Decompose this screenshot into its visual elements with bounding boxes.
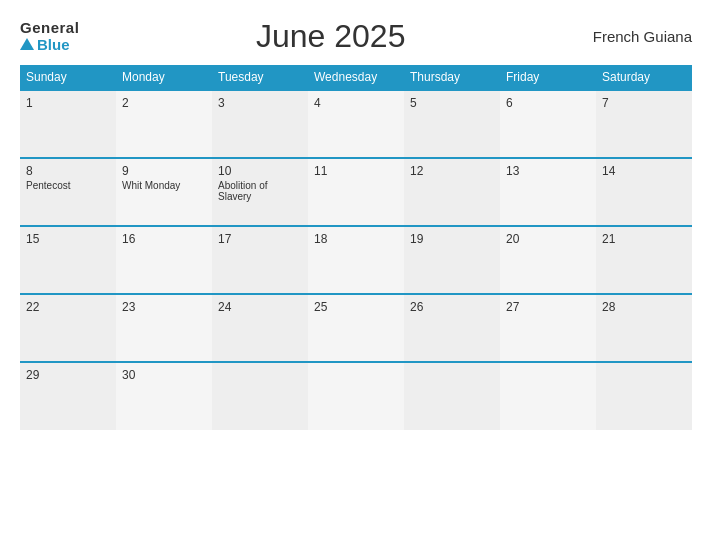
logo-triangle-icon [20,38,34,50]
calendar-cell: 8Pentecost [20,158,116,226]
calendar-cell: 3 [212,90,308,158]
day-number: 20 [506,232,590,246]
day-number: 15 [26,232,110,246]
calendar-cell: 30 [116,362,212,430]
day-number: 13 [506,164,590,178]
day-number: 1 [26,96,110,110]
calendar-cell: 15 [20,226,116,294]
calendar-cell: 1 [20,90,116,158]
event-label: Pentecost [26,180,110,191]
header-tuesday: Tuesday [212,65,308,90]
day-number: 23 [122,300,206,314]
day-number: 26 [410,300,494,314]
calendar-cell: 17 [212,226,308,294]
region-label: French Guiana [582,28,692,45]
calendar-cell: 20 [500,226,596,294]
calendar-cell: 7 [596,90,692,158]
day-number: 7 [602,96,686,110]
day-number: 27 [506,300,590,314]
day-number: 8 [26,164,110,178]
day-number: 19 [410,232,494,246]
calendar-cell: 21 [596,226,692,294]
day-number: 10 [218,164,302,178]
day-number: 14 [602,164,686,178]
logo: General Blue [20,20,79,53]
header-sunday: Sunday [20,65,116,90]
day-number: 16 [122,232,206,246]
calendar-row: 2930 [20,362,692,430]
calendar-cell: 24 [212,294,308,362]
header: General Blue June 2025 French Guiana [20,18,692,55]
calendar-cell: 13 [500,158,596,226]
calendar-row: 8Pentecost9Whit Monday10Abolition of Sla… [20,158,692,226]
calendar-cell: 10Abolition of Slavery [212,158,308,226]
day-number: 21 [602,232,686,246]
calendar-cell [500,362,596,430]
header-wednesday: Wednesday [308,65,404,90]
calendar-cell [212,362,308,430]
day-number: 4 [314,96,398,110]
day-number: 17 [218,232,302,246]
calendar-cell: 2 [116,90,212,158]
logo-blue-text: Blue [20,37,79,54]
event-label: Whit Monday [122,180,206,191]
calendar-cell: 23 [116,294,212,362]
calendar-cell [308,362,404,430]
calendar-cell: 18 [308,226,404,294]
weekday-header-row: Sunday Monday Tuesday Wednesday Thursday… [20,65,692,90]
calendar-cell: 9Whit Monday [116,158,212,226]
day-number: 11 [314,164,398,178]
header-friday: Friday [500,65,596,90]
logo-general-text: General [20,20,79,37]
calendar-cell: 12 [404,158,500,226]
day-number: 29 [26,368,110,382]
event-label: Abolition of Slavery [218,180,302,202]
day-number: 9 [122,164,206,178]
calendar-cell: 5 [404,90,500,158]
calendar-cell: 28 [596,294,692,362]
header-thursday: Thursday [404,65,500,90]
calendar-cell: 27 [500,294,596,362]
day-number: 6 [506,96,590,110]
calendar-title: June 2025 [79,18,582,55]
calendar-cell: 11 [308,158,404,226]
calendar-row: 1234567 [20,90,692,158]
day-number: 2 [122,96,206,110]
day-number: 22 [26,300,110,314]
calendar-row: 15161718192021 [20,226,692,294]
day-number: 3 [218,96,302,110]
day-number: 28 [602,300,686,314]
calendar-cell [404,362,500,430]
calendar-cell: 16 [116,226,212,294]
calendar-page: General Blue June 2025 French Guiana Sun… [0,0,712,550]
calendar-table: Sunday Monday Tuesday Wednesday Thursday… [20,65,692,430]
calendar-cell [596,362,692,430]
calendar-cell: 6 [500,90,596,158]
calendar-cell: 22 [20,294,116,362]
day-number: 24 [218,300,302,314]
day-number: 25 [314,300,398,314]
header-monday: Monday [116,65,212,90]
day-number: 5 [410,96,494,110]
calendar-cell: 14 [596,158,692,226]
day-number: 12 [410,164,494,178]
calendar-cell: 25 [308,294,404,362]
calendar-cell: 4 [308,90,404,158]
calendar-row: 22232425262728 [20,294,692,362]
calendar-cell: 29 [20,362,116,430]
calendar-cell: 26 [404,294,500,362]
calendar-cell: 19 [404,226,500,294]
header-saturday: Saturday [596,65,692,90]
day-number: 18 [314,232,398,246]
day-number: 30 [122,368,206,382]
